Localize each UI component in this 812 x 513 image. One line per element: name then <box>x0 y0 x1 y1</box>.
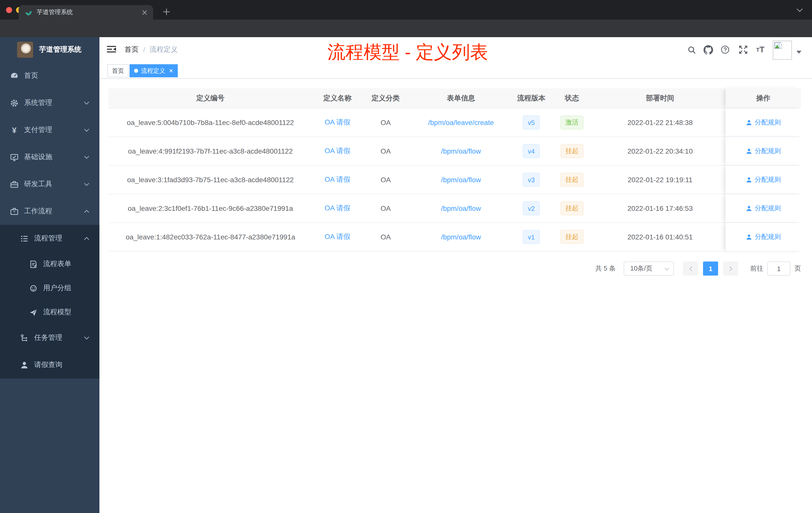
tag-process-definition[interactable]: 流程定义 ✕ <box>129 64 178 77</box>
sidebar-item-home[interactable]: 首页 <box>0 62 99 89</box>
sidebar-item-label: 用户分组 <box>43 283 71 293</box>
avatar[interactable] <box>773 41 792 60</box>
breadcrumb-home[interactable]: 首页 <box>124 45 139 54</box>
goto-label: 前往 <box>750 264 763 273</box>
assign-rule-label: 分配规则 <box>755 118 781 127</box>
browser-tab[interactable]: 芋道管理系统 <box>19 5 153 20</box>
chevron-down-icon <box>84 182 89 186</box>
form-link[interactable]: /bpm/oa/flow <box>441 147 481 155</box>
form-link[interactable]: /bpm/oa/flow <box>441 176 481 184</box>
prev-page-button[interactable] <box>683 262 698 276</box>
version-badge: v5 <box>523 116 540 129</box>
col-header-actions: 操作 <box>726 88 801 109</box>
assign-rule-button[interactable]: 分配规则 <box>746 204 781 213</box>
sidebar-item-devtools[interactable]: 研发工具 <box>0 171 99 198</box>
workflow-submenu: 流程管理 流程表单 <box>0 225 99 379</box>
col-header-deploy-time: 部署时间 <box>594 88 726 109</box>
sidebar-item-label: 首页 <box>24 71 38 80</box>
chevron-down-icon <box>84 336 89 339</box>
col-header-id: 定义编号 <box>109 88 312 109</box>
font-size-icon[interactable]: TT <box>755 45 765 54</box>
sidebar-item-label: 流程模型 <box>43 308 71 317</box>
sidebar-item-task-mgmt[interactable]: 任务管理 <box>0 324 99 351</box>
cell-id: oa_leave:3:1fad3d93-7b75-11ec-a3c8-acde4… <box>109 165 312 194</box>
table-row: oa_leave:2:3c1f0ef1-76b1-11ec-9c66-a2380… <box>109 194 801 223</box>
form-link[interactable]: /bpm/oa/flow <box>441 204 481 212</box>
pagination-total: 共 5 条 <box>595 264 616 273</box>
sidebar-item-leave-query[interactable]: 请假查询 <box>0 351 99 379</box>
app-title: 芋道管理系统 <box>39 45 81 54</box>
sidebar-item-label: 系统管理 <box>24 98 52 108</box>
assign-rule-button[interactable]: 分配规则 <box>746 118 781 127</box>
sidebar-item-label: 任务管理 <box>34 333 62 342</box>
status-badge: 挂起 <box>560 230 583 244</box>
sidebar-item-label: 流程表单 <box>43 260 71 269</box>
sidebar-item-system[interactable]: 系统管理 <box>0 89 99 117</box>
sidebar-item-process-form[interactable]: 流程表单 <box>0 252 99 276</box>
yen-icon: ¥ <box>10 126 19 134</box>
definition-name-link[interactable]: OA 请假 <box>325 175 350 184</box>
question-icon[interactable] <box>720 45 730 54</box>
tag-home[interactable]: 首页 <box>108 64 128 77</box>
github-icon[interactable] <box>703 45 713 54</box>
version-badge: v2 <box>523 201 540 215</box>
window-close-button[interactable] <box>6 7 12 13</box>
sidebar-item-user-group[interactable]: 用户分组 <box>0 276 99 300</box>
definition-name-link[interactable]: OA 请假 <box>325 233 350 241</box>
form-link[interactable]: /bpm/oa/leave/create <box>428 118 494 126</box>
chevron-up-icon <box>84 210 89 213</box>
col-header-status: 状态 <box>549 88 594 109</box>
sidebar-item-label: 流程管理 <box>34 234 62 243</box>
app-logo[interactable]: 芋道管理系统 <box>0 37 99 62</box>
assign-rule-button[interactable]: 分配规则 <box>746 175 781 184</box>
tag-close-icon[interactable]: ✕ <box>169 68 173 73</box>
cell-deploy-time: 2022-01-16 17:46:53 <box>594 194 726 223</box>
fullscreen-icon[interactable] <box>738 45 748 54</box>
next-page-button[interactable] <box>723 262 738 276</box>
list-icon <box>20 234 29 243</box>
version-badge: v1 <box>523 230 540 244</box>
tab-search-chevron-icon[interactable] <box>796 8 803 12</box>
definition-name-link[interactable]: OA 请假 <box>325 118 350 127</box>
new-tab-button[interactable] <box>163 8 170 16</box>
search-icon[interactable] <box>687 45 696 54</box>
sidebar-item-process-model[interactable]: 流程模型 <box>0 300 99 324</box>
seedling-icon <box>25 9 32 16</box>
goto-page-input[interactable] <box>767 262 790 276</box>
table-header-row: 定义编号 定义名称 定义分类 表单信息 流程版本 状态 部署时间 操作 <box>109 88 801 109</box>
pagination: 共 5 条 10条/页 1 前往 页 <box>595 262 801 276</box>
cell-deploy-time: 2022-01-22 21:48:38 <box>594 109 726 137</box>
form-link[interactable]: /bpm/oa/flow <box>441 233 481 241</box>
cell-id: oa_leave:5:004b710b-7b8a-11ec-8ef0-acde4… <box>109 109 312 137</box>
sidebar-item-label: 支付管理 <box>24 125 52 134</box>
active-dot <box>134 69 138 73</box>
logo-avatar <box>17 42 33 58</box>
tab-close-icon[interactable] <box>142 10 147 15</box>
page-number-1[interactable]: 1 <box>703 262 718 276</box>
sidebar-item-label: 工作流程 <box>24 207 52 216</box>
breadcrumb-separator: / <box>143 46 145 54</box>
table-row: oa_leave:4:991f2193-7b7f-11ec-a3c8-acde4… <box>109 137 801 165</box>
sidebar-item-label: 研发工具 <box>24 180 52 189</box>
definition-name-link[interactable]: OA 请假 <box>325 147 350 156</box>
assign-rule-button[interactable]: 分配规则 <box>746 147 781 156</box>
monitor-icon <box>10 153 19 161</box>
cell-category: OA <box>362 137 409 165</box>
assign-rule-label: 分配规则 <box>755 175 781 184</box>
sidebar: 芋道管理系统 首页 系统管理 <box>0 37 99 513</box>
dashboard-icon <box>10 71 19 80</box>
assign-rule-button[interactable]: 分配规则 <box>746 233 781 241</box>
sidebar-toggle-icon[interactable] <box>107 45 116 53</box>
status-badge: 挂起 <box>560 173 583 187</box>
definition-name-link[interactable]: OA 请假 <box>325 204 350 213</box>
sidebar-item-process-mgmt[interactable]: 流程管理 <box>0 225 99 252</box>
sidebar-item-infra[interactable]: 基础设施 <box>0 144 99 171</box>
page-size-select[interactable]: 10条/页 <box>624 262 674 276</box>
sidebar-item-workflow[interactable]: 工作流程 <box>0 198 99 225</box>
tag-label: 首页 <box>112 66 124 75</box>
cell-deploy-time: 2022-01-22 19:19:11 <box>594 165 726 194</box>
sidebar-item-payment[interactable]: ¥ 支付管理 <box>0 117 99 144</box>
cell-id: oa_leave:2:3c1f0ef1-76b1-11ec-9c66-a2380… <box>109 194 312 223</box>
avatar-caret-icon[interactable] <box>796 51 802 54</box>
cell-id: oa_leave:1:482ec033-762a-11ec-8477-a2380… <box>109 223 312 251</box>
